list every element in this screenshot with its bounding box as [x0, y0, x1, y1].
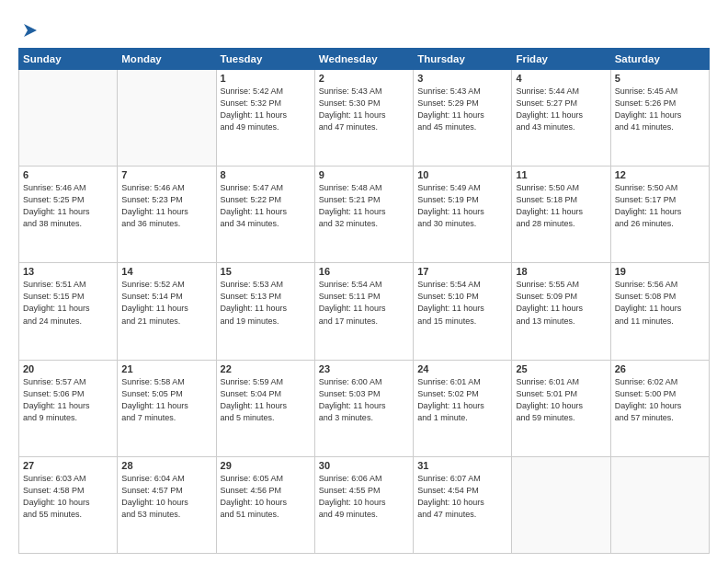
- calendar-row-4: 27Sunrise: 6:03 AM Sunset: 4:58 PM Dayli…: [19, 456, 710, 553]
- day-info: Sunrise: 5:50 AM Sunset: 5:18 PM Dayligh…: [516, 182, 606, 230]
- day-number: 31: [417, 460, 507, 471]
- day-number: 26: [615, 363, 705, 374]
- calendar-cell: [512, 456, 610, 553]
- day-number: 29: [221, 460, 311, 471]
- day-number: 10: [417, 169, 507, 180]
- day-number: 20: [23, 363, 113, 374]
- day-info: Sunrise: 5:48 AM Sunset: 5:21 PM Dayligh…: [319, 182, 409, 230]
- svg-marker-0: [24, 24, 37, 37]
- calendar-cell: 14Sunrise: 5:52 AM Sunset: 5:14 PM Dayli…: [118, 263, 216, 360]
- day-info: Sunrise: 5:46 AM Sunset: 5:25 PM Dayligh…: [23, 182, 113, 230]
- day-info: Sunrise: 5:58 AM Sunset: 5:05 PM Dayligh…: [121, 376, 211, 424]
- calendar-cell: 22Sunrise: 5:59 AM Sunset: 5:04 PM Dayli…: [216, 360, 314, 456]
- day-info: Sunrise: 5:55 AM Sunset: 5:09 PM Dayligh…: [516, 279, 606, 327]
- weekday-header-thursday: Thursday: [414, 49, 512, 70]
- calendar-cell: [19, 70, 118, 167]
- calendar-cell: 17Sunrise: 5:54 AM Sunset: 5:10 PM Dayli…: [414, 263, 512, 360]
- calendar-cell: 11Sunrise: 5:50 AM Sunset: 5:18 PM Dayli…: [512, 167, 610, 263]
- day-info: Sunrise: 6:04 AM Sunset: 4:57 PM Dayligh…: [121, 473, 211, 521]
- calendar-cell: 24Sunrise: 6:01 AM Sunset: 5:02 PM Dayli…: [414, 360, 512, 456]
- calendar-cell: 27Sunrise: 6:03 AM Sunset: 4:58 PM Dayli…: [19, 456, 118, 553]
- calendar-table: SundayMondayTuesdayWednesdayThursdayFrid…: [18, 48, 710, 554]
- day-info: Sunrise: 5:59 AM Sunset: 5:04 PM Dayligh…: [221, 376, 311, 424]
- calendar-cell: 12Sunrise: 5:50 AM Sunset: 5:17 PM Dayli…: [610, 167, 709, 263]
- day-info: Sunrise: 5:46 AM Sunset: 5:23 PM Dayligh…: [121, 182, 211, 230]
- day-number: 24: [417, 363, 507, 374]
- day-info: Sunrise: 5:56 AM Sunset: 5:08 PM Dayligh…: [615, 279, 705, 327]
- page: SundayMondayTuesdayWednesdayThursdayFrid…: [0, 0, 728, 563]
- calendar-row-2: 13Sunrise: 5:51 AM Sunset: 5:15 PM Dayli…: [19, 263, 710, 360]
- day-info: Sunrise: 5:49 AM Sunset: 5:19 PM Dayligh…: [417, 182, 507, 230]
- calendar-row-1: 6Sunrise: 5:46 AM Sunset: 5:25 PM Daylig…: [19, 167, 710, 263]
- calendar-row-0: 1Sunrise: 5:42 AM Sunset: 5:32 PM Daylig…: [19, 70, 710, 167]
- calendar-cell: 28Sunrise: 6:04 AM Sunset: 4:57 PM Dayli…: [118, 456, 216, 553]
- day-number: 4: [516, 73, 606, 84]
- calendar-cell: 26Sunrise: 6:02 AM Sunset: 5:00 PM Dayli…: [610, 360, 709, 456]
- day-number: 27: [23, 460, 113, 471]
- day-number: 1: [221, 73, 311, 84]
- weekday-header-wednesday: Wednesday: [314, 49, 413, 70]
- logo: [18, 20, 40, 40]
- calendar-cell: 9Sunrise: 5:48 AM Sunset: 5:21 PM Daylig…: [314, 167, 413, 263]
- calendar-cell: 21Sunrise: 5:58 AM Sunset: 5:05 PM Dayli…: [118, 360, 216, 456]
- calendar-cell: [118, 70, 216, 167]
- day-info: Sunrise: 5:57 AM Sunset: 5:06 PM Dayligh…: [23, 376, 113, 424]
- day-number: 30: [319, 460, 409, 471]
- day-info: Sunrise: 6:01 AM Sunset: 5:02 PM Dayligh…: [417, 376, 507, 424]
- weekday-header-saturday: Saturday: [610, 49, 709, 70]
- day-number: 22: [221, 363, 311, 374]
- day-number: 13: [23, 266, 113, 277]
- weekday-header-sunday: Sunday: [19, 49, 118, 70]
- day-number: 19: [615, 266, 705, 277]
- day-info: Sunrise: 5:44 AM Sunset: 5:27 PM Dayligh…: [516, 86, 606, 133]
- day-number: 17: [417, 266, 507, 277]
- day-number: 23: [319, 363, 409, 374]
- calendar-row-3: 20Sunrise: 5:57 AM Sunset: 5:06 PM Dayli…: [19, 360, 710, 456]
- day-info: Sunrise: 6:05 AM Sunset: 4:56 PM Dayligh…: [221, 473, 311, 521]
- calendar-cell: 16Sunrise: 5:54 AM Sunset: 5:11 PM Dayli…: [314, 263, 413, 360]
- weekday-header-monday: Monday: [118, 49, 216, 70]
- day-info: Sunrise: 5:53 AM Sunset: 5:13 PM Dayligh…: [221, 279, 311, 327]
- day-info: Sunrise: 5:52 AM Sunset: 5:14 PM Dayligh…: [121, 279, 211, 327]
- day-number: 8: [221, 169, 311, 180]
- weekday-header-tuesday: Tuesday: [216, 49, 314, 70]
- day-number: 28: [121, 460, 211, 471]
- day-info: Sunrise: 5:54 AM Sunset: 5:11 PM Dayligh…: [319, 279, 409, 327]
- day-number: 2: [319, 73, 409, 84]
- calendar-cell: 20Sunrise: 5:57 AM Sunset: 5:06 PM Dayli…: [19, 360, 118, 456]
- day-number: 5: [615, 73, 705, 84]
- day-number: 15: [221, 266, 311, 277]
- logo-icon: [20, 20, 40, 40]
- calendar-cell: 19Sunrise: 5:56 AM Sunset: 5:08 PM Dayli…: [610, 263, 709, 360]
- day-number: 25: [516, 363, 606, 374]
- calendar-cell: 31Sunrise: 6:07 AM Sunset: 4:54 PM Dayli…: [414, 456, 512, 553]
- day-info: Sunrise: 5:45 AM Sunset: 5:26 PM Dayligh…: [615, 86, 705, 133]
- day-info: Sunrise: 5:42 AM Sunset: 5:32 PM Dayligh…: [221, 86, 311, 133]
- day-info: Sunrise: 5:54 AM Sunset: 5:10 PM Dayligh…: [417, 279, 507, 327]
- weekday-header-row: SundayMondayTuesdayWednesdayThursdayFrid…: [19, 49, 710, 70]
- day-number: 11: [516, 169, 606, 180]
- calendar-cell: 15Sunrise: 5:53 AM Sunset: 5:13 PM Dayli…: [216, 263, 314, 360]
- calendar-cell: 5Sunrise: 5:45 AM Sunset: 5:26 PM Daylig…: [610, 70, 709, 167]
- day-info: Sunrise: 5:43 AM Sunset: 5:29 PM Dayligh…: [417, 86, 507, 133]
- day-info: Sunrise: 6:03 AM Sunset: 4:58 PM Dayligh…: [23, 473, 113, 521]
- day-info: Sunrise: 5:43 AM Sunset: 5:30 PM Dayligh…: [319, 86, 409, 133]
- calendar-cell: 10Sunrise: 5:49 AM Sunset: 5:19 PM Dayli…: [414, 167, 512, 263]
- day-number: 21: [121, 363, 211, 374]
- day-info: Sunrise: 6:07 AM Sunset: 4:54 PM Dayligh…: [417, 473, 507, 521]
- calendar-cell: 30Sunrise: 6:06 AM Sunset: 4:55 PM Dayli…: [314, 456, 413, 553]
- weekday-header-friday: Friday: [512, 49, 610, 70]
- day-info: Sunrise: 6:06 AM Sunset: 4:55 PM Dayligh…: [319, 473, 409, 521]
- day-number: 7: [121, 169, 211, 180]
- day-info: Sunrise: 6:01 AM Sunset: 5:01 PM Dayligh…: [516, 376, 606, 424]
- day-number: 9: [319, 169, 409, 180]
- day-number: 6: [23, 169, 113, 180]
- calendar-cell: 25Sunrise: 6:01 AM Sunset: 5:01 PM Dayli…: [512, 360, 610, 456]
- calendar-cell: [610, 456, 709, 553]
- day-number: 18: [516, 266, 606, 277]
- day-number: 14: [121, 266, 211, 277]
- day-info: Sunrise: 6:00 AM Sunset: 5:03 PM Dayligh…: [319, 376, 409, 424]
- day-info: Sunrise: 6:02 AM Sunset: 5:00 PM Dayligh…: [615, 376, 705, 424]
- day-number: 16: [319, 266, 409, 277]
- calendar-cell: 6Sunrise: 5:46 AM Sunset: 5:25 PM Daylig…: [19, 167, 118, 263]
